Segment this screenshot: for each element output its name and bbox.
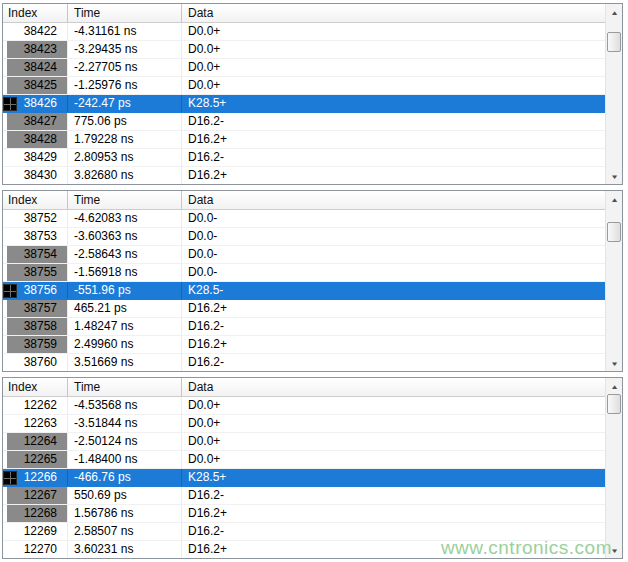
cell-data: D0.0+ bbox=[182, 415, 605, 432]
cell-index: 12267 bbox=[3, 487, 68, 504]
table-header: Index Time Data bbox=[3, 191, 605, 210]
table-row[interactable]: 38756-551.96 psK28.5- bbox=[3, 282, 605, 300]
index-value: 12263 bbox=[7, 415, 67, 432]
vertical-scrollbar[interactable]: ▲ ▼ bbox=[605, 191, 622, 371]
cell-index: 12268 bbox=[3, 505, 68, 522]
table-header: Index Time Data bbox=[3, 378, 605, 397]
table-row[interactable]: 12265-1.48400 nsD0.0+ bbox=[3, 451, 605, 469]
cell-data: D0.0- bbox=[182, 228, 605, 245]
table-row[interactable]: 122703.60231 nsD16.2+ bbox=[3, 541, 605, 558]
scroll-up-button[interactable]: ▲ bbox=[606, 378, 622, 394]
table-row[interactable]: 387592.49960 nsD16.2+ bbox=[3, 336, 605, 354]
column-header-data[interactable]: Data bbox=[182, 378, 605, 396]
cell-index: 38759 bbox=[3, 336, 68, 353]
column-header-index[interactable]: Index bbox=[3, 4, 68, 22]
listing-panel-middle: Index Time Data 38752-4.62083 nsD0.0-387… bbox=[2, 190, 623, 372]
index-value: 12268 bbox=[7, 505, 67, 522]
scroll-up-button[interactable]: ▲ bbox=[606, 4, 622, 20]
index-value: 12262 bbox=[7, 397, 67, 414]
cell-index: 38429 bbox=[3, 149, 68, 166]
current-row-marker-icon bbox=[3, 471, 17, 485]
cell-data: D16.2- bbox=[182, 149, 605, 166]
cell-time: -242.47 ps bbox=[68, 95, 182, 112]
listing-panel-bottom: Index Time Data 12262-4.53568 nsD0.0+122… bbox=[2, 377, 623, 559]
column-header-time[interactable]: Time bbox=[68, 191, 182, 209]
cell-data: D16.2+ bbox=[182, 300, 605, 317]
column-header-time[interactable]: Time bbox=[68, 378, 182, 396]
cell-data: D16.2+ bbox=[182, 131, 605, 148]
cell-index: 12270 bbox=[3, 541, 68, 558]
table-row[interactable]: 38757465.21 psD16.2+ bbox=[3, 300, 605, 318]
cell-index: 38427 bbox=[3, 113, 68, 130]
vertical-scrollbar[interactable]: ▲ ▼ bbox=[605, 378, 622, 558]
index-value: 12270 bbox=[7, 541, 67, 558]
table-row[interactable]: 38752-4.62083 nsD0.0- bbox=[3, 210, 605, 228]
table-row[interactable]: 38426-242.47 psK28.5+ bbox=[3, 95, 605, 113]
table-row[interactable]: 12267550.69 psD16.2- bbox=[3, 487, 605, 505]
cell-index: 38425 bbox=[3, 77, 68, 94]
table-row[interactable]: 38422-4.31161 nsD0.0+ bbox=[3, 23, 605, 41]
scroll-down-button[interactable]: ▼ bbox=[606, 168, 622, 184]
table-row[interactable]: 387603.51669 nsD16.2- bbox=[3, 354, 605, 371]
column-header-data[interactable]: Data bbox=[182, 4, 605, 22]
table-body: 38752-4.62083 nsD0.0-38753-3.60363 nsD0.… bbox=[3, 210, 605, 371]
cell-data: D0.0+ bbox=[182, 397, 605, 414]
cell-data: D16.2+ bbox=[182, 505, 605, 522]
table-row[interactable]: 12263-3.51844 nsD0.0+ bbox=[3, 415, 605, 433]
table-row[interactable]: 38754-2.58643 nsD0.0- bbox=[3, 246, 605, 264]
scroll-down-icon: ▼ bbox=[610, 173, 619, 179]
table-body: 38422-4.31161 nsD0.0+38423-3.29435 nsD0.… bbox=[3, 23, 605, 184]
table-row[interactable]: 122692.58507 nsD16.2- bbox=[3, 523, 605, 541]
scroll-down-button[interactable]: ▼ bbox=[606, 355, 622, 371]
cell-index: 38422 bbox=[3, 23, 68, 40]
index-value: 38754 bbox=[7, 246, 67, 263]
vertical-scrollbar[interactable]: ▲ ▼ bbox=[605, 4, 622, 184]
table-row[interactable]: 38425-1.25976 nsD0.0+ bbox=[3, 77, 605, 95]
index-value: 12265 bbox=[7, 451, 67, 468]
cell-time: 2.58507 ns bbox=[68, 523, 182, 540]
table-row[interactable]: 12262-4.53568 nsD0.0+ bbox=[3, 397, 605, 415]
table-row[interactable]: 384281.79228 nsD16.2+ bbox=[3, 131, 605, 149]
table-body: 12262-4.53568 nsD0.0+12263-3.51844 nsD0.… bbox=[3, 397, 605, 558]
table-row[interactable]: 387581.48247 nsD16.2- bbox=[3, 318, 605, 336]
scrollbar-thumb[interactable] bbox=[607, 32, 621, 52]
scroll-down-button[interactable]: ▼ bbox=[606, 542, 622, 558]
cell-data: D0.0+ bbox=[182, 433, 605, 450]
table-row[interactable]: 384303.82680 nsD16.2+ bbox=[3, 167, 605, 184]
table-row[interactable]: 38424-2.27705 nsD0.0+ bbox=[3, 59, 605, 77]
index-value: 38423 bbox=[7, 41, 67, 58]
cell-time: -466.76 ps bbox=[68, 469, 182, 486]
table-row[interactable]: 384292.80953 nsD16.2- bbox=[3, 149, 605, 167]
table-row[interactable]: 38755-1.56918 nsD0.0- bbox=[3, 264, 605, 282]
cell-time: -1.56918 ns bbox=[68, 264, 182, 281]
cell-time: 1.79228 ns bbox=[68, 131, 182, 148]
index-value: 12267 bbox=[7, 487, 67, 504]
cell-index: 38424 bbox=[3, 59, 68, 76]
cell-time: -4.53568 ns bbox=[68, 397, 182, 414]
table-row[interactable]: 38427775.06 psD16.2- bbox=[3, 113, 605, 131]
cell-data: D16.2+ bbox=[182, 336, 605, 353]
scroll-up-icon: ▲ bbox=[610, 383, 619, 389]
column-header-index[interactable]: Index bbox=[3, 378, 68, 396]
cell-data: D16.2+ bbox=[182, 167, 605, 184]
column-header-time[interactable]: Time bbox=[68, 4, 182, 22]
scrollbar-thumb[interactable] bbox=[607, 222, 621, 242]
table-row[interactable]: 12264-2.50124 nsD0.0+ bbox=[3, 433, 605, 451]
table-row[interactable]: 122681.56786 nsD16.2+ bbox=[3, 505, 605, 523]
scrollbar-thumb[interactable] bbox=[607, 394, 621, 414]
cell-time: 3.60231 ns bbox=[68, 541, 182, 558]
cell-index: 38753 bbox=[3, 228, 68, 245]
column-header-index[interactable]: Index bbox=[3, 191, 68, 209]
table-row[interactable]: 38423-3.29435 nsD0.0+ bbox=[3, 41, 605, 59]
table-row[interactable]: 12266-466.76 psK28.5+ bbox=[3, 469, 605, 487]
cell-time: -1.48400 ns bbox=[68, 451, 182, 468]
cell-time: -4.31161 ns bbox=[68, 23, 182, 40]
column-header-data[interactable]: Data bbox=[182, 191, 605, 209]
cell-time: 2.80953 ns bbox=[68, 149, 182, 166]
index-value: 38753 bbox=[7, 228, 67, 245]
cell-data: D16.2- bbox=[182, 523, 605, 540]
index-value: 38757 bbox=[7, 300, 67, 317]
scroll-up-button[interactable]: ▲ bbox=[606, 191, 622, 207]
table-row[interactable]: 38753-3.60363 nsD0.0- bbox=[3, 228, 605, 246]
cell-data: D0.0+ bbox=[182, 59, 605, 76]
